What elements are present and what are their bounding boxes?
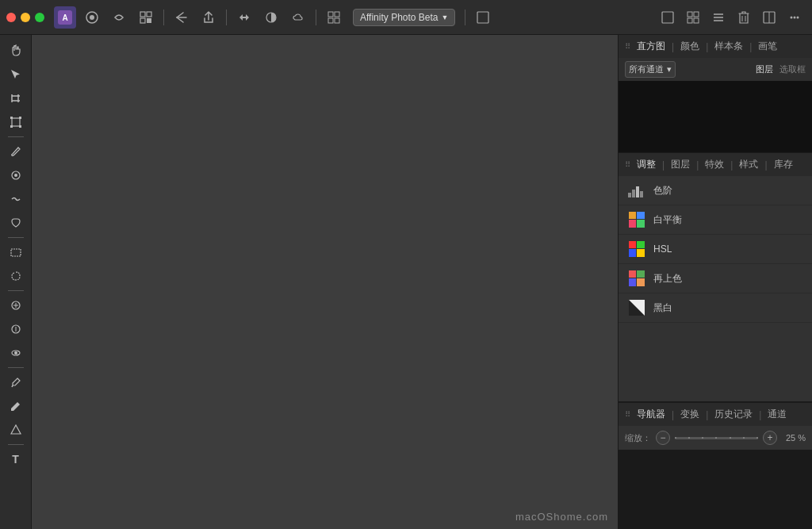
shape-tool-button[interactable]: [5, 419, 27, 441]
lasso-selection-button[interactable]: [5, 265, 27, 287]
channel-select-dropdown[interactable]: 所有通道 ▾: [625, 61, 676, 78]
view-mode-icon[interactable]: [472, 6, 494, 29]
minimize-button[interactable]: [21, 13, 30, 22]
right-settings-icon[interactable]: [758, 6, 780, 29]
persona-photo-icon[interactable]: [81, 6, 103, 29]
tool-separator-5: [8, 444, 24, 445]
right-grid-icon[interactable]: [682, 6, 704, 29]
persona-develop-icon[interactable]: [135, 6, 157, 29]
navigator-canvas-preview: [619, 450, 812, 529]
histogram-tab[interactable]: 直方图: [637, 38, 665, 55]
close-button[interactable]: [6, 13, 16, 22]
zoom-label: 缩放：: [625, 432, 651, 444]
svg-rect-66: [637, 278, 645, 286]
patch-tool-button[interactable]: [5, 318, 27, 340]
history-tab[interactable]: 历史记录: [714, 406, 753, 423]
fill-tool-button[interactable]: [5, 164, 27, 186]
red-eye-tool-button[interactable]: [5, 342, 27, 364]
svg-point-48: [14, 351, 17, 355]
svg-marker-50: [11, 425, 21, 434]
app-title-button[interactable]: Affinity Photo Beta ▼: [353, 9, 455, 26]
app-title-arrow: ▼: [442, 13, 449, 21]
separator-4: [465, 10, 465, 25]
move-tool-button[interactable]: [5, 63, 27, 86]
zoom-dot-1: [675, 437, 676, 439]
adjustments-panel: ⠿ 调整 | 图层 | 特效 | 样式 | 库存: [619, 153, 812, 402]
text-tool-button[interactable]: T: [5, 448, 27, 470]
clone-tool-button[interactable]: [5, 294, 27, 316]
svg-rect-54: [640, 191, 643, 197]
maximize-button[interactable]: [35, 13, 44, 22]
svg-rect-55: [629, 212, 636, 219]
history-back-icon[interactable]: [170, 6, 193, 29]
zoom-plus-icon: +: [767, 432, 772, 443]
blackwhite-label: 黑白: [653, 301, 672, 315]
tools-dropdown-icon[interactable]: [707, 6, 730, 29]
hand-tool-button[interactable]: [5, 40, 27, 62]
svg-rect-10: [328, 12, 333, 17]
adjustment-hsl[interactable]: HSL: [619, 235, 812, 264]
svg-rect-65: [629, 278, 636, 286]
styles-tab[interactable]: 样式: [739, 156, 758, 173]
zoom-slider[interactable]: [675, 437, 758, 439]
smudge-tool-button[interactable]: [5, 188, 27, 210]
histogram-controls: 所有通道 ▾ 图层 选取框: [619, 58, 812, 81]
zoom-in-button[interactable]: +: [763, 431, 777, 445]
recolor-label: 再上色: [653, 272, 682, 286]
zoom-dot-7: [756, 437, 758, 439]
tone-icon[interactable]: [260, 6, 282, 29]
sample-tab[interactable]: 样本条: [714, 38, 743, 55]
effects-tab[interactable]: 特效: [705, 156, 724, 173]
adjustment-blackwhite[interactable]: 黑白: [619, 293, 812, 323]
transform-tab[interactable]: 变换: [680, 406, 699, 423]
crop-tool-button[interactable]: [5, 87, 27, 109]
share-icon[interactable]: [197, 6, 220, 29]
color-tab[interactable]: 颜色: [680, 38, 699, 55]
pen-tool-button[interactable]: [5, 395, 27, 417]
brush-tab[interactable]: 画笔: [758, 38, 777, 55]
svg-rect-37: [10, 125, 13, 128]
layers-hist-tab[interactable]: 图层: [756, 63, 773, 75]
svg-rect-34: [12, 118, 20, 126]
move-tool-toolbar-icon[interactable]: [233, 6, 255, 29]
adjustment-recolor[interactable]: 再上色: [619, 264, 812, 293]
grid-overlay-icon[interactable]: [323, 6, 345, 29]
tool-separator-3: [8, 290, 24, 291]
navigator-tab[interactable]: 导航器: [637, 406, 665, 423]
layers-adj-tab[interactable]: 图层: [671, 156, 690, 173]
rect-selection-button[interactable]: [5, 241, 27, 263]
navigator-panel-header: ⠿ 导航器 | 变换 | 历史记录 | 通道: [619, 403, 812, 426]
persona-liquify-icon[interactable]: [108, 6, 130, 29]
eyedropper-tool-button[interactable]: [5, 371, 27, 393]
hsl-label: HSL: [653, 243, 672, 255]
canvas-content: [32, 35, 618, 529]
hsl-icon: [628, 240, 645, 258]
cloud-icon[interactable]: [287, 6, 309, 29]
zoom-controls: 缩放： − +: [619, 426, 812, 450]
channels-nav-tab[interactable]: 通道: [768, 406, 787, 423]
more-options-icon[interactable]: [783, 6, 806, 29]
stock-tab[interactable]: 库存: [774, 156, 793, 173]
adjustment-levels[interactable]: 色阶: [619, 176, 812, 205]
zoom-out-button[interactable]: −: [656, 431, 670, 445]
paintbrush-tool-button[interactable]: [5, 140, 27, 163]
svg-point-3: [90, 15, 94, 20]
svg-point-27: [791, 16, 793, 18]
affinity-logo-icon[interactable]: A: [54, 6, 76, 29]
svg-rect-5: [147, 12, 151, 17]
dodge-tool-button[interactable]: [5, 212, 27, 234]
trash-toolbar-icon[interactable]: [733, 6, 755, 29]
svg-rect-4: [140, 12, 145, 17]
levels-icon: [628, 182, 645, 199]
selection-hist-tab[interactable]: 选取框: [779, 63, 806, 75]
zoom-minus-icon: −: [660, 432, 665, 443]
adjustments-tab[interactable]: 调整: [637, 156, 656, 173]
app-title-text: Affinity Photo Beta: [360, 12, 439, 23]
canvas-area[interactable]: macOShome.com: [32, 35, 618, 529]
svg-rect-62: [637, 249, 645, 257]
right-view-icon[interactable]: [657, 6, 679, 29]
left-toolbar: T: [0, 35, 32, 529]
separator-1: [163, 10, 164, 25]
transform-tool-button[interactable]: [5, 111, 27, 133]
adjustment-whitebalance[interactable]: 白平衡: [619, 205, 812, 235]
